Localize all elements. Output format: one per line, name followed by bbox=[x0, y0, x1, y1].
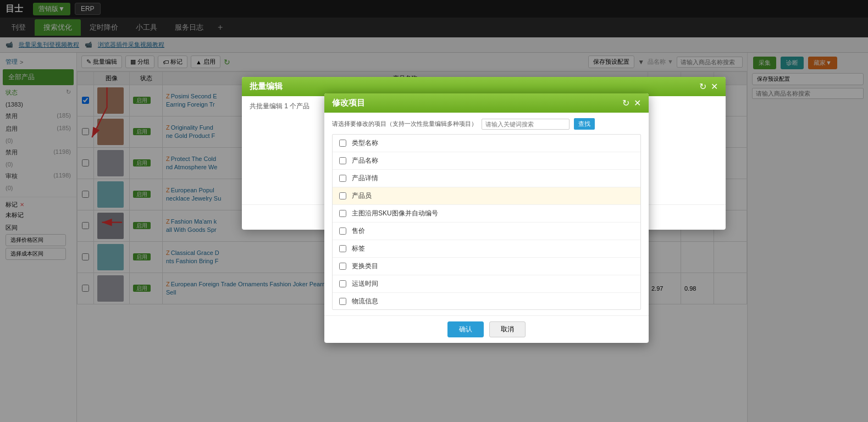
modify-item-logistics_info[interactable]: 物流信息 bbox=[333, 293, 640, 310]
modify-label-product_detail: 产品详情 bbox=[352, 174, 378, 183]
modify-dialog-body: 请选择要修改的项目（支持一次性批量编辑多种项目） 查找 类型名称 产品名称 产品… bbox=[324, 113, 649, 315]
keyword-search-btn[interactable]: 查找 bbox=[574, 118, 595, 130]
modify-item-product_person[interactable]: 产品员 bbox=[333, 187, 640, 205]
modify-instruction: 请选择要修改的项目（支持一次性批量编辑多种项目） 查找 bbox=[332, 118, 641, 130]
modify-checkbox-product_detail[interactable] bbox=[339, 175, 346, 182]
modify-close-icon[interactable]: ✕ bbox=[634, 98, 641, 108]
modify-label-delivery_time: 运送时间 bbox=[352, 279, 378, 288]
modify-confirm-btn[interactable]: 确认 bbox=[447, 321, 484, 337]
modify-checkbox-product_name[interactable] bbox=[339, 157, 346, 164]
modify-checkbox-replace_category[interactable] bbox=[339, 263, 346, 270]
modify-checkbox-product_person[interactable] bbox=[339, 192, 346, 199]
modify-item-label[interactable]: 标签 bbox=[333, 240, 640, 258]
modify-label-main_image: 主图沿用SKU图像并自动编号 bbox=[352, 209, 438, 218]
modify-checkbox-delivery_time[interactable] bbox=[339, 280, 346, 287]
modify-checkbox-main_image[interactable] bbox=[339, 210, 346, 217]
batch-edit-close-icon[interactable]: ✕ bbox=[711, 81, 718, 92]
modify-label-product_person: 产品员 bbox=[352, 191, 372, 201]
batch-edit-refresh-icon[interactable]: ↻ bbox=[699, 81, 706, 92]
modify-label-type_name: 类型名称 bbox=[352, 138, 378, 148]
batch-edit-title: 批量编辑 bbox=[250, 81, 283, 92]
modify-item-price[interactable]: 售价 bbox=[333, 223, 640, 240]
modify-dialog-header: 修改项目 ↻ ✕ bbox=[324, 93, 649, 113]
modify-dialog: 修改项目 ↻ ✕ 请选择要修改的项目（支持一次性批量编辑多种项目） 查找 类型名… bbox=[324, 93, 649, 343]
modify-dialog-actions: ↻ ✕ bbox=[622, 98, 641, 108]
modify-label-replace_category: 更换类目 bbox=[352, 262, 378, 271]
batch-edit-actions: ↻ ✕ bbox=[699, 81, 718, 92]
modify-item-type_name[interactable]: 类型名称 bbox=[333, 135, 640, 152]
keyword-search-input[interactable] bbox=[482, 119, 570, 130]
modify-dialog-footer: 确认 取消 bbox=[324, 315, 649, 343]
batch-edit-info: 共批量编辑 1 个产品 bbox=[250, 102, 309, 110]
modify-label-product_name: 产品名称 bbox=[352, 156, 378, 165]
modify-item-replace_category[interactable]: 更换类目 bbox=[333, 258, 640, 275]
modify-refresh-icon[interactable]: ↻ bbox=[622, 98, 629, 108]
modify-dialog-title: 修改项目 bbox=[332, 98, 365, 108]
modify-items-list: 类型名称 产品名称 产品详情 产品员 主图沿用SKU图像并自动编号 售价 标签 … bbox=[332, 134, 641, 310]
modify-item-product_detail[interactable]: 产品详情 bbox=[333, 170, 640, 187]
modify-item-main_image[interactable]: 主图沿用SKU图像并自动编号 bbox=[333, 205, 640, 223]
modify-checkbox-type_name[interactable] bbox=[339, 140, 346, 147]
modify-label-logistics_info: 物流信息 bbox=[352, 297, 378, 306]
modify-label-price: 售价 bbox=[352, 226, 365, 236]
modify-checkbox-price[interactable] bbox=[339, 227, 346, 235]
modify-item-product_name[interactable]: 产品名称 bbox=[333, 152, 640, 170]
modify-label-label: 标签 bbox=[352, 244, 365, 253]
modify-checkbox-label[interactable] bbox=[339, 245, 346, 252]
modify-item-delivery_time[interactable]: 运送时间 bbox=[333, 275, 640, 293]
modify-cancel-btn[interactable]: 取消 bbox=[489, 321, 526, 337]
modify-checkbox-logistics_info[interactable] bbox=[339, 298, 346, 305]
